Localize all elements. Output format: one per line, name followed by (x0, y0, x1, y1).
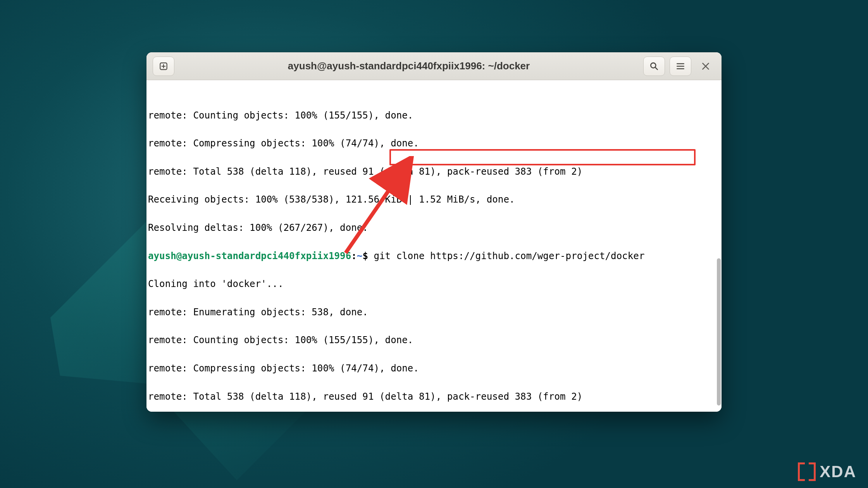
terminal-line: Cloning into 'docker'... (148, 277, 720, 291)
terminal-line: remote: Enumerating objects: 538, done. (148, 305, 720, 319)
plus-icon (158, 61, 169, 71)
terminal-line: remote: Counting objects: 100% (155/155)… (148, 333, 720, 347)
window-titlebar: ayush@ayush-standardpci440fxpiix1996: ~/… (146, 52, 722, 80)
terminal-line: remote: Compressing objects: 100% (74/74… (148, 136, 720, 150)
scrollbar-thumb[interactable] (717, 258, 721, 406)
desktop-background: ayush@ayush-standardpci440fxpiix1996: ~/… (0, 0, 868, 488)
close-icon (701, 61, 711, 71)
terminal-line: remote: Total 538 (delta 118), reused 91… (148, 165, 720, 179)
prompt-userhost: ayush@ayush-standardpci440fxpiix1996 (148, 249, 351, 263)
new-tab-button[interactable] (153, 57, 174, 76)
terminal-line: remote: Compressing objects: 100% (74/74… (148, 361, 720, 375)
terminal-line: remote: Counting objects: 100% (155/155)… (148, 108, 720, 122)
annotation-highlight-box (389, 149, 696, 165)
terminal-line: Receiving objects: 100% (538/538), 121.5… (148, 192, 720, 206)
prompt-line: ayush@ayush-standardpci440fxpiix1996:~$ … (148, 249, 720, 263)
bracket-icon (798, 462, 805, 481)
xda-watermark: XDA (798, 462, 856, 481)
window-title: ayush@ayush-standardpci440fxpiix1996: ~/… (179, 60, 639, 72)
terminal-window: ayush@ayush-standardpci440fxpiix1996: ~/… (146, 52, 722, 412)
prompt-cwd: ~ (357, 249, 363, 263)
terminal-line: Resolving deltas: 100% (267/267), done. (148, 221, 720, 235)
terminal-line: remote: Total 538 (delta 118), reused 91… (148, 390, 720, 404)
search-icon (649, 61, 659, 71)
bracket-icon (809, 462, 816, 481)
watermark-text: XDA (820, 462, 856, 481)
hamburger-icon (675, 61, 685, 71)
menu-button[interactable] (670, 57, 691, 76)
command-text: git clone https://github.com/wger-projec… (368, 249, 645, 263)
close-window-button[interactable] (696, 57, 715, 76)
search-button[interactable] (643, 57, 665, 76)
terminal-content[interactable]: remote: Counting objects: 100% (155/155)… (146, 80, 722, 412)
